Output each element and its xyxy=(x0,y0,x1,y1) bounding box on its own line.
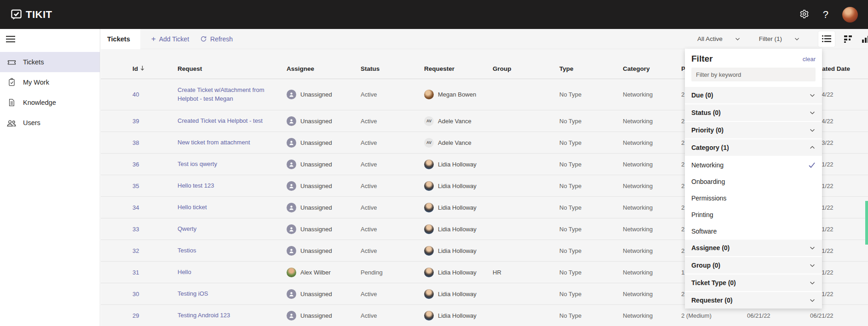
ticket-id-link[interactable]: 30 xyxy=(132,291,139,297)
requester-cell: Lidia Holloway xyxy=(424,311,493,320)
clipboard-icon xyxy=(6,77,17,87)
sidebar-item-label: Users xyxy=(23,119,40,126)
ticket-request-link[interactable]: Hello xyxy=(178,268,191,277)
type-cell: No Type xyxy=(559,291,623,297)
ticket-request-link[interactable]: Hello test 123 xyxy=(178,182,214,190)
requester-avatar: AV xyxy=(424,116,434,126)
assignee-name: Unassigned xyxy=(300,183,332,189)
filter-option-software[interactable]: Software xyxy=(685,223,822,240)
column-header-category[interactable]: Category xyxy=(623,65,681,72)
type-cell: No Type xyxy=(559,91,623,98)
column-header-request[interactable]: Request xyxy=(178,65,287,72)
column-header-status[interactable]: Status xyxy=(361,65,424,72)
filter-clear-button[interactable]: clear xyxy=(803,56,816,63)
refresh-button[interactable]: Refresh xyxy=(200,35,233,43)
filter-option-printing[interactable]: Printing xyxy=(685,206,822,223)
ticket-id-link[interactable]: 38 xyxy=(132,139,139,146)
column-header-id[interactable]: Id xyxy=(132,65,178,72)
sort-descending-icon xyxy=(140,65,145,72)
filter-option-label: Permissions xyxy=(691,194,726,202)
ticket-request-link[interactable]: Testing iOS xyxy=(178,290,208,298)
ticket-id-link[interactable]: 40 xyxy=(132,91,139,98)
ticket-request-link[interactable]: Created Ticket via Helpbot - test xyxy=(178,117,263,126)
filter-option-label: Software xyxy=(691,228,717,235)
filter-section-status[interactable]: Status (0) xyxy=(685,104,822,121)
assignee-cell: Unassigned xyxy=(287,311,361,320)
sidebar: TicketsMy WorkKnowledgeUsers xyxy=(0,29,100,326)
updated-date-cell: 06/21/22 xyxy=(810,312,868,319)
assignee-avatar xyxy=(287,116,296,126)
filter-option-networking[interactable]: Networking xyxy=(685,157,822,173)
sidebar-item-knowledge[interactable]: Knowledge xyxy=(0,92,100,113)
status-cell: Active xyxy=(361,312,424,319)
filter-section-category[interactable]: Category (1) xyxy=(685,139,822,156)
refresh-icon xyxy=(200,35,207,42)
filter-section-due[interactable]: Due (0) xyxy=(685,87,822,103)
requester-cell: Lidia Holloway xyxy=(424,203,493,212)
scrollbar-thumb[interactable] xyxy=(865,201,868,245)
column-header-requester[interactable]: Requester xyxy=(424,65,493,72)
requester-cell: Lidia Holloway xyxy=(424,224,493,234)
chevron-down-icon xyxy=(794,36,800,42)
ticket-id-link[interactable]: 34 xyxy=(132,204,139,211)
ticket-id-link[interactable]: 29 xyxy=(132,312,139,319)
ticket-id-link[interactable]: 39 xyxy=(132,118,139,125)
assignee-cell: Unassigned xyxy=(287,246,361,256)
filter-option-label: Networking xyxy=(691,161,724,169)
filter-section-requester[interactable]: Requester (0) xyxy=(685,292,822,309)
filter-option-permissions[interactable]: Permissions xyxy=(685,190,822,206)
sidebar-item-tickets[interactable]: Tickets xyxy=(0,52,100,72)
requester-cell: Lidia Holloway xyxy=(424,160,493,169)
chevron-down-icon xyxy=(809,280,816,286)
filter-option-onboarding[interactable]: Onboarding xyxy=(685,173,822,190)
requester-name: Lidia Holloway xyxy=(438,291,477,297)
board-view-icon[interactable] xyxy=(839,31,856,47)
chart-view-icon[interactable] xyxy=(861,31,868,47)
sidebar-item-users[interactable]: Users xyxy=(0,113,100,133)
assignee-name: Alex Wilber xyxy=(300,269,331,276)
ticket-request-link[interactable]: Hello ticket xyxy=(178,203,207,212)
ticket-request-link[interactable]: Testios xyxy=(178,246,196,255)
sidebar-item-my-work[interactable]: My Work xyxy=(0,72,100,92)
ticket-request-link[interactable]: Test ios qwerty xyxy=(178,160,217,169)
type-cell: No Type xyxy=(559,161,623,168)
filter-section-label: Category (1) xyxy=(691,144,729,151)
filter-section-group[interactable]: Group (0) xyxy=(685,257,822,274)
filter-keyword-input[interactable] xyxy=(691,68,816,81)
ticket-request-link[interactable]: Testing Android 123 xyxy=(178,311,230,320)
category-cell: Networking xyxy=(623,226,681,233)
settings-gear-icon[interactable] xyxy=(799,9,809,20)
requester-name: Lidia Holloway xyxy=(438,312,477,319)
type-cell: No Type xyxy=(559,247,623,254)
requester-name: Adele Vance xyxy=(438,118,471,125)
filter-section-assignee[interactable]: Assignee (0) xyxy=(685,240,822,256)
ticket-id-link[interactable]: 33 xyxy=(132,226,139,233)
list-view-icon[interactable] xyxy=(818,31,835,47)
help-icon[interactable]: ? xyxy=(823,10,828,20)
requester-name: Lidia Holloway xyxy=(438,247,477,254)
ticket-id-link[interactable]: 35 xyxy=(132,183,139,189)
assignee-name: Unassigned xyxy=(300,139,332,146)
filter-section-ticket-type[interactable]: Ticket Type (0) xyxy=(685,275,822,291)
requester-cell: Lidia Holloway xyxy=(424,181,493,191)
ticket-request-link[interactable]: New ticket from attachment xyxy=(178,138,250,147)
ticket-id-link[interactable]: 31 xyxy=(132,269,139,276)
ticket-id-link[interactable]: 32 xyxy=(132,247,139,254)
filter-dropdown[interactable]: Filter (1) xyxy=(759,35,800,42)
assignee-cell: Unassigned xyxy=(287,203,361,212)
column-header-assignee[interactable]: Assignee xyxy=(287,65,361,72)
filter-option-label: Printing xyxy=(691,211,713,218)
ticket-request-link[interactable]: Qwerty xyxy=(178,225,196,234)
filter-section-label: Due (0) xyxy=(691,92,713,99)
category-cell: Networking xyxy=(623,291,681,297)
filter-section-priority[interactable]: Priority (0) xyxy=(685,122,822,138)
hamburger-menu-icon[interactable] xyxy=(0,29,20,49)
chevron-up-icon xyxy=(809,144,816,151)
ticket-id-link[interactable]: 36 xyxy=(132,161,139,168)
column-header-group[interactable]: Group xyxy=(493,65,559,72)
ticket-request-link[interactable]: Create Ticket w/Attachment from Helpbot … xyxy=(178,86,275,103)
add-ticket-button[interactable]: + Add Ticket xyxy=(151,34,189,44)
scope-dropdown[interactable]: All Active xyxy=(697,35,741,42)
user-avatar[interactable] xyxy=(842,7,858,23)
column-header-type[interactable]: Type xyxy=(559,65,623,72)
